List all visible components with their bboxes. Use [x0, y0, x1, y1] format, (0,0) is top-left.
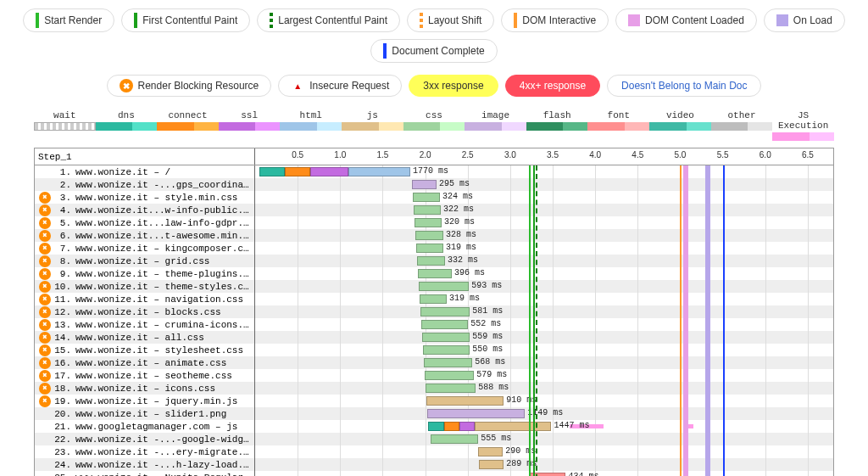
legend-first-contentful-paint: First Contentful Paint — [121, 8, 250, 32]
bar-html — [348, 167, 409, 176]
resource-label: www.wonize.it – jquery.min.js — [74, 396, 251, 406]
bar-css — [419, 282, 469, 291]
bar-css — [431, 434, 478, 444]
waterfall-row[interactable]: 21.www.googletagmanager.com – js1447 ms — [35, 420, 833, 433]
x-tick: 6.0 — [760, 150, 771, 160]
x-tick: 5.5 — [717, 150, 729, 160]
bar-css — [420, 307, 470, 316]
x-tick: 3.0 — [504, 150, 516, 160]
resource-label: www.wonize.it -...-google-widget.css — [74, 434, 251, 445]
resource-label: www.wonize.it...t-awesome.min.css — [74, 231, 251, 241]
category-connect: connect — [157, 110, 219, 141]
resource-label: www.wonize.it -...ery-migrate.min.js — [74, 447, 251, 457]
render-blocking-icon: ✖ — [39, 294, 51, 305]
resource-label: www.wonize.it – kingcomposer.css — [74, 244, 251, 254]
resource-label: www.wonize.it...w-info-public.css — [74, 205, 251, 216]
duration-label: 552 ms — [470, 319, 501, 328]
duration-label: 579 ms — [476, 370, 507, 379]
category-js: js — [342, 110, 403, 141]
resource-label: www.wonize.it -...h-lazy-load.min.js — [74, 460, 251, 470]
duration-label: 1770 ms — [413, 166, 448, 176]
x-tick: 0.5 — [292, 150, 303, 160]
waterfall-row[interactable]: 24.www.wonize.it -...h-lazy-load.min.js2… — [35, 458, 833, 471]
resource-label: www.wonize.it – animate.css — [74, 358, 251, 368]
resource-label: www.wonize.it – icons.css — [74, 384, 251, 394]
resource-label: www.wonize.it – / — [74, 167, 251, 177]
waterfall-row[interactable]: 20.www.wonize.it – slider1.png1149 ms — [35, 407, 833, 420]
waterfall-row[interactable]: 22.www.wonize.it -...-google-widget.css5… — [35, 433, 833, 445]
x-tick: 2.5 — [462, 150, 474, 160]
x-tick: 4.0 — [589, 150, 601, 160]
resource-label: www.wonize.it – style.min.css — [74, 193, 251, 203]
render-blocking-icon: ✖ — [39, 268, 51, 280]
resource-label: www.wonize.it – theme-styles.css — [74, 282, 251, 292]
render-blocking-icon: ✖ — [39, 344, 51, 356]
waterfall-row[interactable]: ✖19.www.wonize.it – jquery.min.js910 ms — [35, 395, 833, 407]
bar-js — [479, 460, 504, 469]
duration-label: 568 ms — [475, 357, 505, 367]
legend-dom-content-loaded: DOM Content Loaded — [615, 8, 757, 32]
duration-label: 1149 ms — [527, 408, 563, 417]
render-blocking-icon: ✖ — [39, 230, 51, 242]
render-blocking-icon: ✖ — [39, 370, 51, 382]
render-blocking-icon: ✖ — [39, 332, 51, 344]
js-exec-bar — [684, 424, 693, 428]
waterfall-row[interactable]: 25.www.wonize.it – Nunito-Regular.woff24… — [35, 471, 833, 476]
waterfall-row[interactable]: 1.www.wonize.it – /1770 ms — [35, 165, 833, 178]
legend-largest-contentful-paint: Largest Contentful Paint — [257, 8, 400, 32]
render-blocking-icon: ✖ — [39, 255, 51, 267]
bar-css — [423, 345, 470, 355]
bar-dns — [259, 167, 285, 176]
resource-label: www.wonize.it – slider1.png — [74, 409, 251, 419]
legend-insecure-request: ▲Insecure Request — [278, 75, 402, 97]
legend-4xx-response: 4xx+ response — [505, 75, 600, 97]
x-tick: 5.0 — [675, 150, 687, 160]
category-wait: wait — [34, 110, 96, 141]
bar-css — [417, 256, 445, 266]
resource-label: www.wonize.it...law-info-gdpr.css — [74, 218, 251, 228]
x-tick: 6.5 — [802, 150, 814, 160]
warn-icon: ▲ — [291, 79, 304, 92]
resource-label: www.wonize.it – theme-plugins.css — [74, 269, 251, 279]
bar-css — [413, 193, 440, 202]
duration-label: 588 ms — [478, 383, 509, 392]
category-html: html — [280, 110, 342, 141]
category-font: font — [587, 110, 649, 141]
duration-label: 322 ms — [443, 204, 474, 214]
bar-css — [420, 294, 447, 304]
bar-css — [426, 384, 476, 393]
resource-label: www.wonize.it – blocks.css — [74, 307, 251, 317]
render-blocking-icon: ✖ — [39, 281, 51, 293]
duration-label: 581 ms — [472, 306, 503, 316]
legend-doesn-t-belong-to-main-doc: Doesn't Belong to Main Doc — [607, 75, 761, 97]
duration-label: 559 ms — [472, 332, 503, 341]
duration-label: 295 ms — [439, 179, 470, 188]
x-tick: 1.0 — [334, 150, 346, 160]
waterfall-row[interactable]: 23.www.wonize.it -...ery-migrate.min.js2… — [35, 445, 833, 458]
bar-css — [418, 269, 452, 278]
duration-label: 1447 ms — [554, 421, 589, 430]
render-blocking-icon: ✖ — [39, 383, 51, 395]
category-other: other — [711, 110, 773, 141]
duration-label: 550 ms — [472, 344, 503, 354]
legend-on-load: On Load — [764, 8, 845, 32]
render-blocking-icon: ✖ — [120, 79, 133, 92]
x-axis: 0.51.01.52.02.53.03.54.04.55.05.56.06.5 — [255, 148, 833, 165]
bar-ssl — [459, 422, 475, 431]
category-css: css — [403, 110, 465, 141]
bar-font — [529, 473, 565, 476]
bar-ssl — [310, 167, 348, 176]
legend-start-render: Start Render — [23, 8, 114, 32]
resource-label: www.wonize.it – grid.css — [74, 256, 251, 266]
duration-label: 332 ms — [448, 255, 478, 265]
duration-label: 555 ms — [481, 434, 511, 443]
duration-label: 328 ms — [446, 230, 476, 239]
x-tick: 2.0 — [420, 150, 431, 160]
resource-label: www.wonize.it – navigation.css — [74, 294, 251, 305]
duration-label: 910 ms — [506, 395, 537, 405]
legend-dom-interactive: DOM Interactive — [501, 8, 609, 32]
bar-connect — [285, 167, 310, 176]
duration-label: 396 ms — [454, 268, 485, 277]
category-ssl: ssl — [219, 110, 281, 141]
category-image: image — [465, 110, 526, 141]
